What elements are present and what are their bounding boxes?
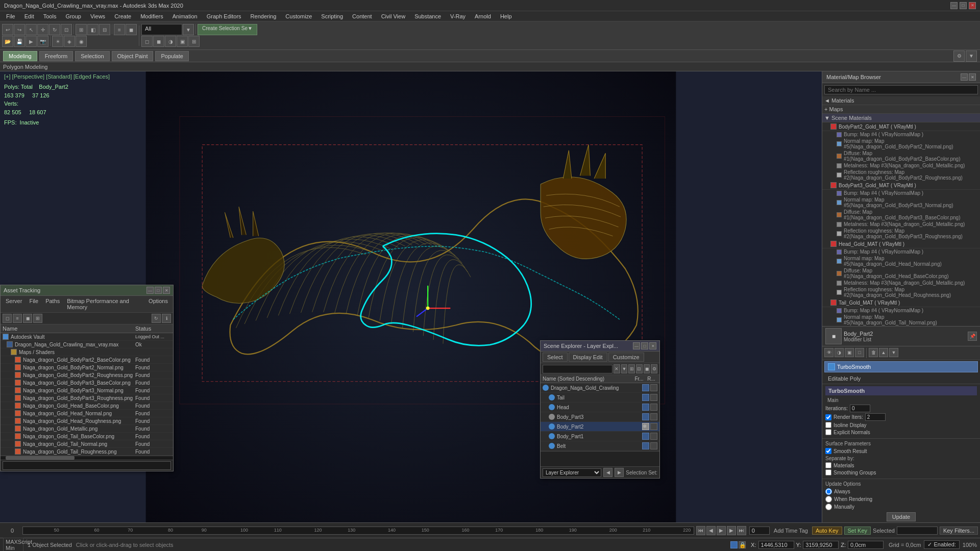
scale-btn[interactable]: ⊡ bbox=[61, 24, 72, 35]
smooth-result-check[interactable] bbox=[825, 448, 831, 454]
list-item[interactable]: Naga_dragon_Gold_Tail_BaseColor.png Foun… bbox=[1, 433, 173, 440]
asset-tb-btn3[interactable]: ◼ bbox=[23, 314, 32, 323]
x-coord-input[interactable] bbox=[758, 541, 794, 549]
list-item[interactable]: Naga_dragon_Gold_Head_Normal.png Found bbox=[1, 410, 173, 417]
list-item[interactable]: Body_Part1 bbox=[541, 432, 659, 441]
timeline-bar[interactable]: 50 60 70 80 90 100 110 120 130 140 150 1… bbox=[22, 527, 694, 535]
list-item[interactable]: Metalness: Map #3(Naga_dragon_Gold_Metal… bbox=[822, 162, 980, 169]
turbo-smooth-item[interactable]: TurboSmooth bbox=[824, 361, 978, 372]
iterations-input[interactable] bbox=[850, 405, 870, 412]
asset-minimize-btn[interactable]: — bbox=[146, 287, 154, 294]
menu-file[interactable]: File bbox=[2, 12, 19, 20]
mod-show-orig-btn[interactable]: □ bbox=[855, 348, 864, 357]
list-item[interactable]: Reflection roughness: Map #2(Naga_dragon… bbox=[822, 286, 980, 298]
keyframe-next-btn[interactable]: ⏭ bbox=[737, 526, 746, 535]
scene-footer-btn2[interactable]: ▶ bbox=[615, 468, 624, 477]
scene-customize-btn[interactable]: Customize bbox=[608, 353, 644, 362]
asset-maximize-btn[interactable]: □ bbox=[155, 287, 162, 294]
list-item[interactable]: Bump: Map #4 ( VRayNormalMap ) bbox=[822, 190, 980, 196]
asset-menu-file[interactable]: File bbox=[26, 297, 41, 311]
list-item[interactable]: Reflection roughness: Map #2(Naga_dragon… bbox=[822, 169, 980, 181]
key-filters-btn[interactable]: Key Filters... bbox=[940, 527, 978, 535]
undo-btn[interactable]: ↩ bbox=[2, 24, 13, 35]
texture-btn[interactable]: ▣ bbox=[177, 36, 188, 47]
z-coord-input[interactable] bbox=[848, 541, 884, 549]
asset-refresh-btn[interactable]: ↻ bbox=[152, 314, 161, 323]
filter-dropdown[interactable]: All bbox=[141, 24, 182, 35]
menu-vray[interactable]: V-Ray bbox=[446, 12, 470, 20]
align-btn[interactable]: ⊟ bbox=[99, 24, 110, 35]
expand-btn[interactable]: ▼ bbox=[966, 51, 977, 62]
mat-browser-minimize[interactable]: — bbox=[961, 73, 968, 81]
asset-info-btn[interactable]: ℹ bbox=[162, 314, 171, 323]
list-item[interactable]: Belt bbox=[541, 441, 659, 451]
list-item[interactable]: Naga_dragon_Gold_Head_Roughness.png Foun… bbox=[1, 417, 173, 425]
asset-path-input[interactable] bbox=[3, 461, 171, 470]
asset-tb-btn2[interactable]: ≡ bbox=[13, 314, 22, 323]
list-item[interactable]: Diffuse: Map #1(Naga_dragon_Gold_BodyPar… bbox=[822, 209, 980, 221]
viewport[interactable]: [+] [Perspective] [Standard] [Edged Face… bbox=[0, 71, 822, 522]
scene-settings-btn[interactable]: ⚙ bbox=[651, 364, 657, 373]
menu-scripting[interactable]: Scripting bbox=[317, 12, 347, 20]
list-item[interactable]: Naga_dragon_Gold_Tail_Roughness.png Foun… bbox=[1, 448, 173, 456]
scene-search-clear-btn[interactable]: ✕ bbox=[614, 364, 620, 373]
list-item[interactable]: Diffuse: Map #1(Naga_dragon_Gold_Head_Ba… bbox=[822, 267, 980, 280]
when-rendering-radio[interactable] bbox=[825, 496, 832, 503]
camera-btn[interactable]: 📷 bbox=[37, 36, 48, 47]
shaded-btn[interactable]: ◼ bbox=[153, 36, 164, 47]
enabled-checkbox[interactable]: ✓ Enabled: bbox=[924, 540, 959, 549]
snap-btn[interactable]: ⊞ bbox=[76, 24, 87, 35]
list-item[interactable]: Bump: Map #4 ( VRayNormalMap ) bbox=[822, 131, 980, 138]
smoothing-groups-check[interactable] bbox=[825, 469, 831, 475]
layer-btn[interactable]: ≡ bbox=[114, 24, 125, 35]
asset-tb-btn4[interactable]: ⊞ bbox=[33, 314, 42, 323]
rotate-btn[interactable]: ↻ bbox=[49, 24, 60, 35]
open-btn[interactable]: 📂 bbox=[2, 36, 13, 47]
mod-show-end-btn[interactable]: ▣ bbox=[845, 348, 854, 357]
redo-btn[interactable]: ↪ bbox=[14, 24, 25, 35]
list-item[interactable]: Tail_Gold_MAT ( VRayMtl ) bbox=[822, 298, 980, 307]
list-item[interactable]: Normal map: Map #5(Naga_dragon_Gold_Head… bbox=[822, 255, 980, 267]
vis-icon[interactable] bbox=[642, 433, 649, 440]
mod-show-result-btn[interactable]: ◑ bbox=[835, 348, 844, 357]
isoline-check[interactable] bbox=[825, 422, 831, 428]
list-item[interactable]: Maps / Shaders bbox=[1, 348, 173, 356]
menu-views[interactable]: Views bbox=[86, 12, 109, 20]
list-item[interactable]: BodyPart3_Gold_MAT ( VRayMtl ) bbox=[822, 181, 980, 190]
scene-materials-section[interactable]: ▼ Scene Materials bbox=[822, 114, 980, 122]
menu-animation[interactable]: Animation bbox=[168, 12, 202, 20]
tab-freeform[interactable]: Freeform bbox=[39, 51, 74, 61]
list-item[interactable]: Tail bbox=[541, 393, 659, 403]
maxscript-btn[interactable]: MAXScript Min bbox=[3, 538, 23, 552]
menu-group[interactable]: Group bbox=[61, 12, 85, 20]
list-item[interactable]: Normal map: Map #5(Naga_dragon_Gold_Body… bbox=[822, 138, 980, 150]
scene-collapse-btn[interactable]: ⊟ bbox=[636, 364, 643, 373]
modifier-btn[interactable]: ◉ bbox=[76, 36, 87, 47]
scene-footer-btn1[interactable]: ◀ bbox=[603, 468, 612, 477]
list-item[interactable]: Dragon_Naga_Gold_Crawling_max_vray.max O… bbox=[1, 341, 173, 348]
tab-populate[interactable]: Populate bbox=[155, 51, 188, 61]
scene-minimize-btn[interactable]: — bbox=[633, 342, 640, 349]
update-button[interactable]: Update bbox=[887, 512, 916, 521]
frame-prev-btn[interactable]: ◀ bbox=[706, 526, 716, 535]
scene-display-btn[interactable]: Display Edit bbox=[569, 353, 607, 362]
frame-next-btn[interactable]: ▶ bbox=[727, 526, 736, 535]
mod-show-btn[interactable]: 👁 bbox=[824, 348, 834, 357]
render-icon[interactable] bbox=[650, 423, 657, 430]
vis-icon[interactable] bbox=[642, 404, 649, 411]
list-item[interactable]: Metalness: Map #3(Naga_dragon_Gold_Metal… bbox=[822, 221, 980, 228]
list-item[interactable]: Body_Part2 ❄ bbox=[541, 422, 659, 432]
light-btn[interactable]: ☀ bbox=[52, 36, 63, 47]
list-item[interactable]: Bump: Map #4 ( VRayNormalMap ) bbox=[822, 248, 980, 255]
list-item[interactable]: Reflection roughness: Map #2(Naga_dragon… bbox=[822, 228, 980, 240]
keyframe-prev-btn[interactable]: ⏮ bbox=[696, 526, 705, 535]
asset-close-btn[interactable]: ✕ bbox=[163, 287, 170, 294]
list-item[interactable]: Dragon_Naga_Gold_Crawling bbox=[541, 383, 659, 393]
selection-set-btn[interactable]: Create Selection Se▼ bbox=[198, 24, 257, 35]
scene-close-btn[interactable]: ✕ bbox=[649, 342, 656, 349]
mat-browser-close[interactable]: ✕ bbox=[969, 73, 976, 81]
scene-btn[interactable]: ◼ bbox=[126, 24, 137, 35]
list-item[interactable]: Naga_dragon_Gold_Metallic.png Found bbox=[1, 425, 173, 433]
layer-explorer-select[interactable]: Layer Explorer bbox=[543, 468, 601, 477]
menu-arnold[interactable]: Arnold bbox=[471, 12, 495, 20]
